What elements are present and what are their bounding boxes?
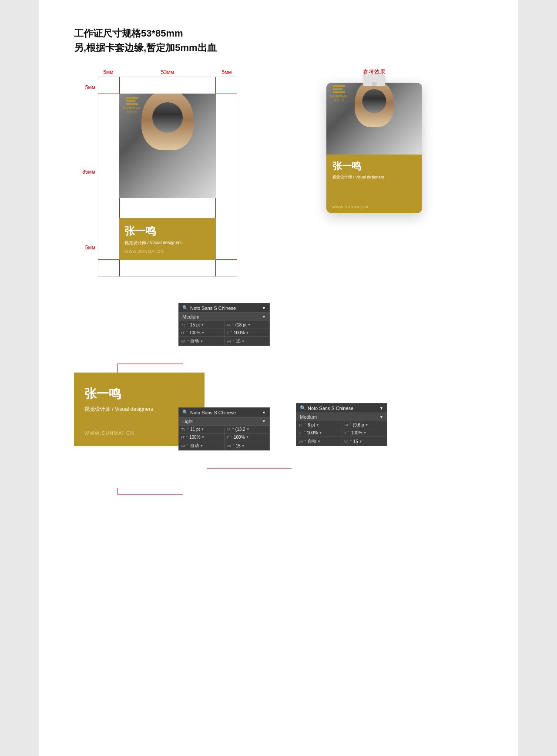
preview-job: 视觉设计师 / Visual designers — [84, 406, 194, 413]
arrow-up-6: ⌃ — [232, 339, 235, 343]
bchevron-kerning: ▼ — [200, 444, 203, 448]
badge-logo-bars — [333, 85, 345, 93]
chevron-vscale: ▼ — [201, 331, 205, 335]
bhscale-icon: T — [227, 435, 229, 440]
diagram-container: 5мм 53мм 5мм 5мм 85мм 5мм — [74, 68, 239, 277]
bchevron-hscale: ▼ — [246, 435, 249, 439]
badge-card: SUNMAI 金色三泰 张一鸣 视觉设计师 / Visual designers… — [326, 83, 422, 213]
reference-container: 参考效果 SUNMAI 金 — [265, 68, 483, 213]
bfield-vscale: IT ⌃ 100% ▼ — [179, 433, 225, 441]
page-title: 工作证尺寸规格53*85mm 另,根据卡套边缘,暂定加5mm出血 — [74, 26, 483, 55]
bfield-leading: ↕A ⌃ (13.2 ▼ — [225, 426, 270, 433]
arrow-up-4: ⌃ — [230, 331, 233, 335]
bfield-kerning: VA ⌃ 自动 ▼ — [179, 441, 225, 450]
barrow-up-6: ⌃ — [232, 444, 235, 448]
badge-photo: SUNMAI 金色三泰 — [326, 83, 422, 155]
title-line2: 另,根据卡套边缘,暂定加5mm出血 — [74, 40, 483, 55]
preview-spacer — [84, 422, 194, 430]
chevron-kerning: ▼ — [200, 339, 203, 343]
badge-bar-2 — [333, 88, 342, 90]
rarrow-up-4: ⌃ — [347, 431, 350, 435]
page: 工作证尺寸规格53*85mm 另,根据卡套边缘,暂定加5mm出血 5мм 53м… — [39, 0, 518, 756]
logo-bar-2 — [126, 100, 135, 102]
card-diagram: SUNMAI 金色三泰 张一鸣 视觉设计师 / Visual designers… — [98, 77, 237, 277]
arrow-up-3: ⌃ — [185, 331, 188, 335]
chevron-down-icon-bottom: ▼ — [262, 410, 266, 415]
rchevron-leading: ▼ — [365, 423, 368, 427]
rkerning-icon: VA — [299, 440, 303, 444]
card-logo: SUNMAI 金色三泰 — [123, 97, 141, 114]
chevron-hscale: ▼ — [246, 331, 249, 335]
weight-bottom: Light — [182, 419, 193, 424]
size-value: 15 pt — [190, 323, 200, 327]
font-name-right: Noto Sans S Chinese — [308, 406, 353, 411]
hscale-icon: T — [227, 331, 229, 335]
rvscale-value: 100% — [307, 430, 318, 435]
barrow-up-2: ⌃ — [232, 427, 235, 431]
tracking-icon: VA — [227, 339, 231, 343]
bkerning-value: 自动 — [190, 443, 199, 449]
bleading-icon: ↕A — [227, 427, 231, 431]
dim-bleed-top-label: 5мм — [85, 84, 95, 91]
bfield-hscale: T ⌃ 100% ▼ — [225, 433, 270, 441]
bchevron-size: ▼ — [201, 427, 204, 431]
panel-fields-bottom: T↕ ⌃ 11 pt ▼ ↕A ⌃ (13.2 ▼ — [179, 425, 269, 450]
badge-logo-text: SUNMAI — [330, 94, 348, 98]
kerning-value: 自动 — [190, 338, 199, 344]
rarrow-up-3: ⌃ — [303, 431, 306, 435]
font-name-top: Noto Sans S Chinese — [190, 306, 236, 311]
badge-bar-3 — [333, 91, 345, 93]
chevron-size: ▼ — [201, 323, 204, 327]
card-bottom-gold: 张一鸣 视觉设计师 / Visual designers WWW.SUNMAI.… — [119, 218, 216, 260]
rkerning-value: 自动 — [308, 438, 316, 444]
rchevron-vscale: ▼ — [319, 431, 322, 435]
logo-bar-1 — [126, 97, 138, 99]
card-inner: SUNMAI 金色三泰 张一鸣 视觉设计师 / Visual designers… — [119, 94, 216, 260]
rhscale-value: 100% — [351, 430, 362, 435]
field-hscale: T ⌃ 100% ▼ — [225, 329, 270, 336]
dim-bleed-left-label: 5мм — [103, 69, 113, 75]
barrow-up-3: ⌃ — [185, 435, 188, 439]
top-type-panel[interactable]: 🔍 Noto Sans S Chinese ▼ Medium ▼ — [178, 303, 270, 346]
field-kerning: VA ⌃ 自动 ▼ — [179, 337, 225, 346]
annotation-svg-bottom — [74, 486, 270, 507]
logo-bars — [126, 97, 138, 105]
sunmai-logo: SUNMAI 金色三泰 — [123, 97, 141, 114]
panel-fields-top: T↕ ⌃ 15 pt ▼ ↕A ⌃ (18 pt ▼ — [179, 321, 269, 346]
rchevron-tracking: ▼ — [359, 440, 362, 444]
rtracking-value: 15 — [353, 439, 358, 444]
field-vscale: IT ⌃ 100% ▼ — [179, 329, 225, 336]
bottom-type-panel[interactable]: 🔍 Noto Sans S Chinese ▼ Light ▼ — [178, 407, 270, 450]
annotation-svg-mid — [74, 464, 292, 473]
weight-right: Medium — [300, 414, 317, 420]
bleading-value: (13.2 — [235, 427, 245, 432]
bfield-tracking: VA ⌃ 15 ▼ — [225, 441, 270, 450]
rleading-value: (9.6 p — [353, 423, 364, 427]
rchevron-hscale: ▼ — [363, 431, 367, 435]
arrow-up-5: ⌃ — [186, 339, 189, 343]
logo-sub: 金色三泰 — [127, 110, 137, 114]
leading-value: (18 pt — [235, 323, 247, 327]
right-type-panel[interactable]: 🔍 Noto Sans S Chinese ▼ Medium ▼ T↕ — [296, 403, 387, 446]
size-icon: T↕ — [181, 323, 185, 327]
bfield-row-3: VA ⌃ 自动 ▼ VA ⌃ 15 ▼ — [179, 441, 269, 450]
rsize-value: 8 pt — [308, 423, 315, 427]
field-row-2: IT ⌃ 100% ▼ T ⌃ 100% ▼ — [179, 329, 269, 336]
btracking-icon: VA — [227, 444, 231, 448]
field-row-1: T↕ ⌃ 15 pt ▼ ↕A ⌃ (18 pt ▼ — [179, 321, 269, 329]
field-row-3: VA ⌃ 自动 ▼ VA ⌃ 15 ▼ — [179, 336, 269, 346]
bsize-value: 11 pt — [190, 427, 200, 432]
chevron-down-icon-r2: ▼ — [379, 415, 383, 419]
bchevron-vscale: ▼ — [201, 435, 205, 439]
barrow-up-4: ⌃ — [230, 435, 233, 439]
badge-clip — [363, 75, 385, 86]
field-size: T↕ ⌃ 15 pt ▼ — [179, 321, 225, 329]
rfield-row-3: VA ⌃ 自动 ▼ VA ⌃ 15 ▼ — [296, 437, 387, 446]
panel-weight-right: Medium ▼ — [296, 413, 387, 421]
chevron-down-icon-b2: ▼ — [262, 419, 266, 423]
vscale-value: 100% — [189, 330, 201, 335]
rfield-row-2: IT ⌃ 100% ▼ T ⌃ 100% ▼ — [296, 429, 387, 437]
rtracking-icon: VA — [344, 440, 349, 444]
field-tracking: VA ⌃ 15 ▼ — [225, 337, 270, 346]
rvscale-icon: IT — [299, 431, 302, 435]
